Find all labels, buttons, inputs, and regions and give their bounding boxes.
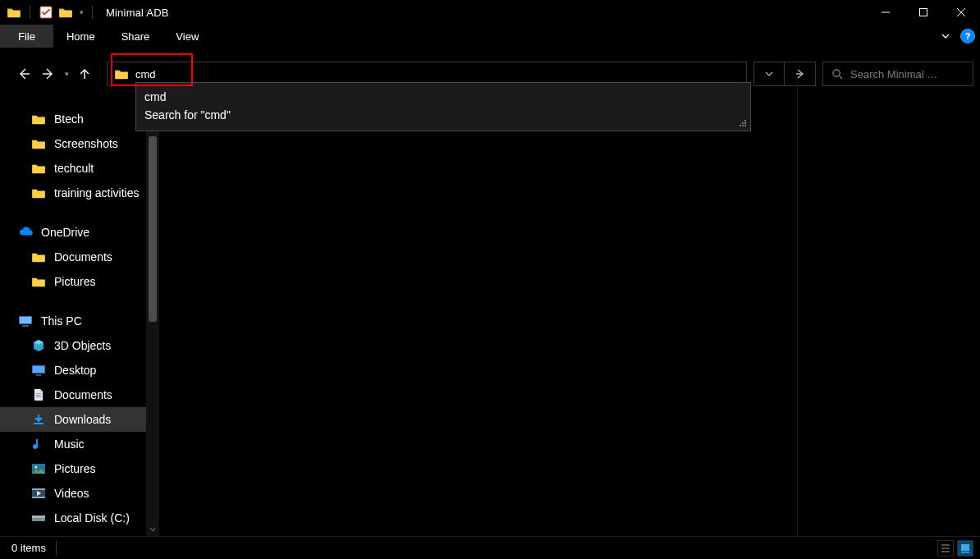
view-details-button[interactable]	[937, 540, 954, 557]
svg-rect-22	[36, 393, 41, 394]
svg-point-33	[42, 519, 44, 520]
window-close-button[interactable]	[942, 0, 980, 25]
status-item-count: 0 items	[11, 541, 57, 556]
folder-icon	[31, 274, 46, 289]
tree-item-thispc[interactable]: This PC	[0, 309, 146, 333]
svg-rect-23	[36, 395, 41, 396]
nav-back-button[interactable]	[11, 62, 36, 86]
svg-rect-13	[740, 125, 741, 126]
tree-item-label: Downloads	[54, 413, 111, 426]
3dobjects-icon	[31, 338, 46, 353]
tree-item-label: 3D Objects	[54, 339, 111, 352]
onedrive-icon	[18, 225, 33, 240]
downloads-icon	[31, 412, 46, 427]
nav-history-caret[interactable]: ▾	[61, 70, 72, 78]
tree-scrollbar[interactable]	[146, 97, 159, 536]
tree-item-label: Local Disk (C:)	[54, 511, 130, 525]
svg-rect-41	[961, 552, 969, 553]
tree-item-quick-btech[interactable]: Btech	[0, 107, 146, 131]
folder-icon	[31, 161, 46, 176]
tree-item-3dobjects[interactable]: 3D Objects	[0, 333, 146, 358]
desktop-icon	[31, 363, 46, 378]
tree-item-label: OneDrive	[41, 226, 89, 239]
navigation-tree: Btech Screenshots techcult training acti…	[0, 97, 146, 536]
address-suggestions-dropdown: cmd Search for "cmd"	[135, 82, 751, 131]
resize-grip-icon[interactable]	[738, 118, 748, 128]
svg-rect-29	[32, 488, 45, 490]
tree-item-quick-screenshots[interactable]: Screenshots	[0, 131, 146, 156]
tree-item-onedrive-pictures[interactable]: Pictures	[0, 269, 146, 294]
view-largeicons-button[interactable]	[957, 540, 973, 557]
tree-item-documents[interactable]: Documents	[0, 383, 146, 407]
scrollbar-down-arrow-icon[interactable]	[146, 523, 159, 536]
folder-icon	[31, 186, 46, 200]
address-suggestion-item[interactable]: cmd	[144, 88, 742, 106]
ribbon-expand-chevron-icon[interactable]	[934, 25, 957, 48]
ribbon-help-button[interactable]: ?	[960, 29, 975, 44]
tree-item-quick-techcult[interactable]: techcult	[0, 156, 146, 181]
search-box[interactable]: Search Minimal …	[822, 62, 973, 86]
tree-item-label: Pictures	[54, 462, 96, 475]
tree-item-videos[interactable]: Videos	[0, 481, 146, 506]
tree-item-label: Btech	[54, 112, 84, 126]
window-title: Minimal ADB	[101, 7, 169, 19]
tree-item-label: Documents	[54, 250, 112, 263]
qat-newfolder-icon[interactable]	[58, 5, 73, 20]
tree-item-label: Music	[54, 438, 85, 451]
music-icon	[31, 437, 46, 451]
qat-separator-2	[92, 6, 93, 19]
tree-item-label: Documents	[54, 388, 112, 401]
tree-item-label: Desktop	[54, 364, 96, 377]
tree-item-onedrive[interactable]: OneDrive	[0, 220, 146, 245]
folder-icon	[31, 112, 46, 126]
tree-item-drive-c[interactable]: Local Disk (C:)	[0, 506, 146, 530]
pictures-icon	[31, 461, 46, 476]
tab-view[interactable]: View	[163, 25, 212, 48]
drive-icon	[31, 511, 46, 525]
tab-home[interactable]: Home	[53, 25, 108, 48]
tree-item-downloads[interactable]: Downloads	[0, 407, 146, 432]
title-bar: ▾ Minimal ADB	[0, 0, 980, 25]
status-bar: 0 items	[0, 536, 980, 559]
tree-item-music[interactable]: Music	[0, 432, 146, 456]
qat-folder-icon[interactable]	[7, 5, 21, 20]
search-placeholder: Search Minimal …	[850, 68, 964, 80]
tree-item-label: training activities	[54, 186, 140, 199]
svg-rect-21	[36, 374, 41, 376]
videos-icon	[31, 486, 46, 501]
file-list-area[interactable]	[159, 97, 980, 536]
tab-file[interactable]: File	[0, 25, 53, 48]
tree-item-drive-d[interactable]: Local Disk (D:)	[0, 530, 146, 536]
tree-item-desktop[interactable]: Desktop	[0, 358, 146, 383]
tree-item-pictures[interactable]: Pictures	[0, 456, 146, 481]
nav-forward-button[interactable]	[36, 62, 61, 86]
window-minimize-button[interactable]	[867, 0, 904, 25]
svg-point-27	[35, 466, 38, 469]
scrollbar-thumb[interactable]	[149, 136, 157, 322]
address-history-dropdown[interactable]	[753, 62, 785, 86]
tree-item-label: techcult	[54, 162, 94, 175]
address-folder-icon	[114, 68, 129, 80]
nav-up-button[interactable]	[72, 62, 97, 86]
tree-item-label: Videos	[54, 487, 89, 500]
tab-share[interactable]: Share	[108, 25, 163, 48]
svg-point-8	[833, 69, 840, 76]
address-suggestion-item[interactable]: Search for "cmd"	[144, 106, 742, 124]
svg-rect-12	[744, 122, 746, 124]
qat-properties-icon[interactable]	[39, 5, 53, 20]
svg-rect-24	[36, 396, 41, 397]
window-maximize-button[interactable]	[904, 0, 942, 25]
thispc-icon	[18, 314, 33, 328]
tree-item-onedrive-documents[interactable]: Documents	[0, 245, 146, 269]
tree-item-label: This PC	[41, 314, 82, 328]
svg-line-9	[839, 76, 842, 79]
svg-rect-40	[961, 544, 969, 551]
qat-customize-caret[interactable]: ▾	[78, 8, 85, 16]
svg-rect-11	[742, 125, 744, 126]
address-go-button[interactable]	[785, 62, 816, 86]
svg-rect-2	[920, 9, 927, 16]
svg-rect-18	[22, 325, 29, 327]
tree-item-label: Screenshots	[54, 137, 118, 150]
documents-icon	[31, 387, 46, 402]
tree-item-quick-training[interactable]: training activities	[0, 181, 146, 205]
